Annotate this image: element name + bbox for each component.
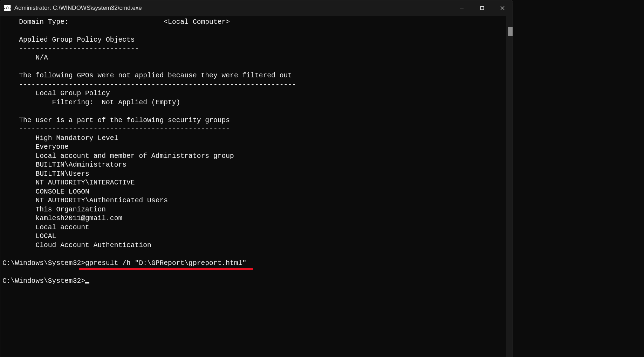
window-controls — [452, 0, 513, 16]
close-icon — [500, 6, 505, 10]
typed-command: gpresult /h "D:\GPReport\gpreport.html" — [85, 259, 246, 267]
maximize-icon — [480, 6, 485, 10]
close-button[interactable] — [492, 0, 513, 16]
scrollbar-track[interactable] — [506, 16, 513, 357]
prompt: C:\Windows\System32> — [2, 259, 85, 267]
output-block: Domain Type: <Local Computer> Applied Gr… — [2, 18, 296, 249]
minimize-icon — [459, 6, 464, 10]
cursor — [85, 282, 89, 284]
annotation-underline — [79, 268, 253, 270]
minimize-button[interactable] — [452, 0, 472, 16]
maximize-button[interactable] — [472, 0, 492, 16]
scrollbar-thumb[interactable] — [508, 27, 513, 36]
cmd-icon: C:\. — [4, 5, 11, 11]
terminal-output[interactable]: Domain Type: <Local Computer> Applied Gr… — [0, 16, 513, 286]
svg-rect-1 — [481, 7, 484, 10]
titlebar[interactable]: C:\. Administrator: C:\WINDOWS\system32\… — [0, 0, 513, 16]
prompt: C:\Windows\System32> — [2, 277, 85, 285]
window-title: Administrator: C:\WINDOWS\system32\cmd.e… — [14, 5, 452, 12]
cmd-window: C:\. Administrator: C:\WINDOWS\system32\… — [0, 0, 513, 357]
